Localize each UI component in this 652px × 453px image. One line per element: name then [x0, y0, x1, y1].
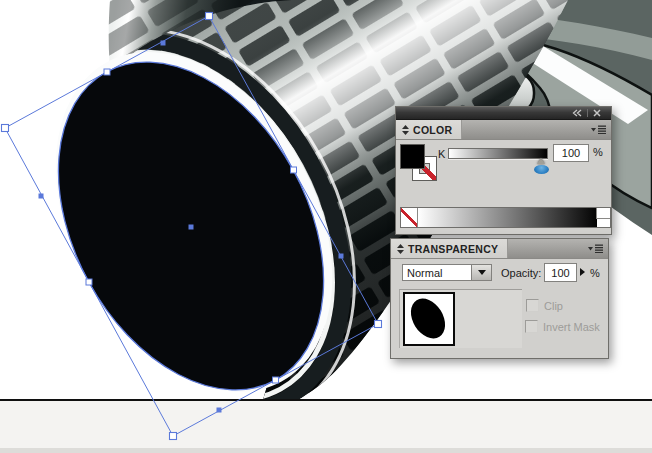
- tab-transparency[interactable]: TRANSPARENCY: [391, 239, 508, 258]
- opacity-percent-label: %: [590, 267, 600, 279]
- color-panel-group: COLOR K 100 %: [395, 106, 612, 235]
- annotation-dot: [534, 165, 549, 174]
- panel-collapse-toggle-icon[interactable]: [397, 244, 404, 254]
- close-icon[interactable]: [593, 109, 601, 117]
- slider-handle-icon[interactable]: [537, 158, 545, 164]
- panel-menu-icon[interactable]: [591, 125, 606, 134]
- opacity-slider-arrow-icon[interactable]: [580, 268, 585, 276]
- grayscale-spectrum-ramp[interactable]: [400, 207, 611, 228]
- transparency-panel-group: TRANSPARENCY Normal Opacity: 100 % Clip …: [390, 238, 609, 359]
- k-channel-label: K: [438, 148, 445, 160]
- panel-dock-bar: [396, 107, 611, 120]
- color-panel-header: COLOR: [396, 120, 611, 140]
- tab-bar-filler: [462, 120, 611, 139]
- pasteboard-bottom-strip: [0, 448, 652, 453]
- none-color-cell[interactable]: [401, 208, 418, 227]
- blend-mode-select[interactable]: Normal: [402, 264, 472, 281]
- panel-collapse-toggle-icon[interactable]: [402, 125, 409, 135]
- panel-menu-icon[interactable]: [588, 244, 603, 253]
- selection-center-point: [189, 225, 194, 230]
- clip-label: Clip: [544, 300, 563, 312]
- fill-swatch[interactable]: [400, 144, 425, 169]
- thumbnail-ellipse: [404, 292, 452, 344]
- transparency-panel-header: TRANSPARENCY: [391, 239, 608, 259]
- collapse-panels-icon[interactable]: [571, 109, 582, 117]
- color-panel-title: COLOR: [413, 124, 452, 136]
- dropdown-arrow-icon[interactable]: [471, 264, 492, 281]
- pasteboard: [0, 401, 652, 448]
- dock-bar-separator: [587, 109, 588, 117]
- k-value-field[interactable]: 100: [553, 144, 589, 162]
- clip-checkbox[interactable]: [526, 299, 539, 312]
- transparency-panel-body: Normal Opacity: 100 % Clip Invert Mask: [391, 259, 608, 358]
- artboard-edge: [0, 399, 652, 401]
- invert-mask-checkbox[interactable]: [525, 320, 538, 333]
- invert-mask-label: Invert Mask: [543, 321, 600, 333]
- opacity-label: Opacity:: [501, 267, 541, 279]
- object-thumbnail[interactable]: [403, 292, 455, 346]
- tab-color[interactable]: COLOR: [396, 120, 462, 139]
- k-percent-label: %: [593, 146, 603, 158]
- white-swatch[interactable]: [596, 208, 610, 219]
- color-panel-body: K 100 %: [396, 140, 611, 234]
- grayscale-gradient[interactable]: [418, 208, 597, 227]
- illustrator-canvas: COLOR K 100 % TRAN: [0, 0, 652, 453]
- opacity-value-field[interactable]: 100: [544, 263, 577, 282]
- k-slider-track[interactable]: [448, 148, 548, 159]
- transparency-panel-title: TRANSPARENCY: [408, 243, 498, 255]
